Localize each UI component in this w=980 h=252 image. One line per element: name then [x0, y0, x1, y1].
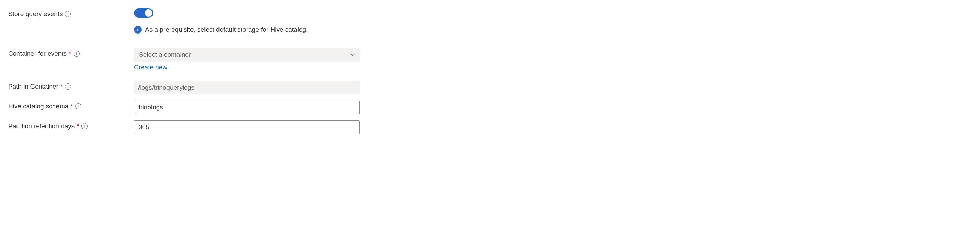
label-path: Path in Container * i — [8, 81, 134, 90]
label-store-events: Store query events i — [8, 8, 134, 18]
label-text: Container for events — [8, 50, 67, 57]
row-container: Container for events * i Select a contai… — [8, 48, 371, 71]
label-text: Hive catalog schema — [8, 102, 68, 110]
row-store-events: Store query events i i As a prerequisite… — [8, 8, 371, 33]
label-retention: Partition retention days * i — [8, 120, 134, 130]
row-retention: Partition retention days * i — [8, 120, 371, 134]
control-container: Select a container Create new — [134, 48, 371, 71]
info-icon[interactable]: i — [81, 123, 88, 129]
container-select[interactable]: Select a container — [134, 48, 360, 62]
required-asterisk: * — [76, 123, 79, 130]
required-asterisk: * — [60, 83, 63, 90]
label-schema: Hive catalog schema * i — [8, 100, 134, 110]
control-retention — [134, 120, 371, 134]
required-asterisk: * — [70, 102, 73, 110]
info-icon[interactable]: i — [65, 83, 71, 89]
settings-form: Store query events i i As a prerequisite… — [8, 8, 371, 134]
label-text: Path in Container — [8, 83, 59, 90]
row-path: Path in Container * i — [8, 81, 371, 94]
label-text: Partition retention days — [8, 123, 75, 130]
create-new-link[interactable]: Create new — [134, 64, 167, 71]
row-schema: Hive catalog schema * i — [8, 100, 371, 114]
prerequisite-note: i As a prerequisite, select default stor… — [134, 26, 371, 33]
control-schema — [134, 100, 371, 114]
path-input[interactable] — [134, 81, 360, 94]
required-asterisk: * — [69, 50, 71, 57]
control-store-events: i As a prerequisite, select default stor… — [134, 8, 371, 33]
store-events-toggle[interactable] — [134, 8, 153, 18]
info-icon[interactable]: i — [73, 51, 80, 57]
retention-input[interactable] — [134, 120, 360, 134]
toggle-knob — [145, 9, 152, 17]
note-text: As a prerequisite, select default storag… — [145, 26, 308, 33]
info-icon[interactable]: i — [75, 103, 81, 109]
label-container: Container for events * i — [8, 48, 134, 57]
select-placeholder: Select a container — [139, 51, 191, 59]
schema-input[interactable] — [134, 100, 360, 114]
info-icon[interactable]: i — [65, 11, 71, 17]
chevron-down-icon — [350, 52, 355, 57]
control-path — [134, 81, 371, 94]
label-text: Store query events — [8, 10, 62, 18]
info-filled-icon: i — [134, 26, 142, 33]
